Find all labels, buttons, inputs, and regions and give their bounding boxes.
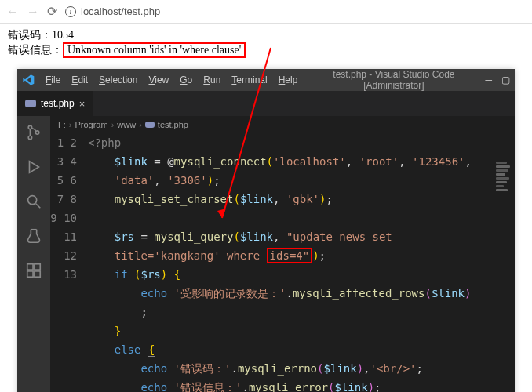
maximize-button[interactable]: ▢	[501, 74, 510, 85]
source-control-icon[interactable]	[25, 124, 42, 141]
menu-bar: File Edit Selection View Go Run Terminal…	[41, 73, 302, 87]
minimap[interactable]	[496, 162, 512, 224]
svg-point-3	[28, 196, 37, 205]
minimize-button[interactable]: ─	[485, 74, 492, 85]
menu-terminal[interactable]: Terminal	[227, 73, 271, 87]
address-bar[interactable]: i localhost/test.php	[65, 5, 160, 17]
vscode-logo-icon	[22, 74, 35, 86]
site-info-icon[interactable]: i	[65, 6, 76, 17]
tab-close-button[interactable]: ×	[79, 98, 86, 110]
svg-point-0	[28, 125, 31, 129]
svg-point-1	[28, 136, 31, 139]
tab-test-php[interactable]: test.php ×	[17, 91, 93, 116]
menu-run[interactable]: Run	[199, 73, 225, 87]
php-file-icon	[25, 100, 36, 107]
code-editor[interactable]: 1 2 3 4 5 6 7 8 9 10 11 12 13 <?php $lin…	[50, 133, 515, 392]
reload-button[interactable]: ⟳	[47, 4, 57, 19]
window-title: test.php - Visual Studio Code [Administr…	[302, 69, 485, 91]
php-file-icon	[145, 122, 155, 128]
editor-tabs: test.php ×	[17, 91, 515, 116]
line-numbers: 1 2 3 4 5 6 7 8 9 10 11 12 13	[50, 133, 88, 392]
page-output: 错误码：1054 错误信息：Unknown column 'ids' in 'w…	[0, 24, 532, 63]
tab-label: test.php	[41, 98, 75, 109]
menu-file[interactable]: File	[41, 73, 65, 87]
activity-bar	[17, 116, 50, 392]
run-debug-icon[interactable]	[25, 158, 42, 176]
breadcrumb-part: Program	[75, 120, 107, 129]
menu-selection[interactable]: Selection	[94, 73, 142, 87]
code-highlight-ids: ids=4"	[267, 248, 313, 263]
breadcrumb-part: F:	[58, 120, 66, 129]
error-msg-highlight: Unknown column 'ids' in 'where clause'	[63, 42, 246, 58]
breadcrumb-part: test.php	[158, 120, 188, 129]
error-code-value: 1054	[52, 29, 74, 41]
titlebar: File Edit Selection View Go Run Terminal…	[17, 69, 515, 91]
svg-rect-5	[35, 264, 40, 270]
code-content[interactable]: <?php $link = @mysqli_connect('localhost…	[88, 133, 515, 392]
error-msg-label: 错误信息：	[8, 44, 63, 56]
menu-help[interactable]: Help	[274, 73, 303, 87]
url-text: localhost/test.php	[81, 5, 160, 17]
menu-view[interactable]: View	[144, 73, 173, 87]
svg-rect-7	[35, 271, 40, 277]
browser-toolbar: ← → ⟳ i localhost/test.php	[0, 0, 532, 24]
search-icon[interactable]	[25, 193, 42, 210]
error-code-label: 错误码：	[8, 29, 52, 41]
vscode-window: File Edit Selection View Go Run Terminal…	[17, 69, 515, 392]
menu-edit[interactable]: Edit	[67, 73, 93, 87]
testing-icon[interactable]	[25, 227, 42, 245]
svg-rect-6	[27, 271, 33, 277]
extensions-icon[interactable]	[25, 262, 42, 279]
breadcrumb[interactable]: F:› Program› www› test.php	[50, 116, 515, 133]
svg-rect-4	[27, 264, 33, 270]
breadcrumb-part: www	[117, 120, 136, 129]
menu-go[interactable]: Go	[175, 73, 197, 87]
forward-button[interactable]: →	[27, 5, 39, 19]
back-button[interactable]: ←	[6, 5, 19, 19]
